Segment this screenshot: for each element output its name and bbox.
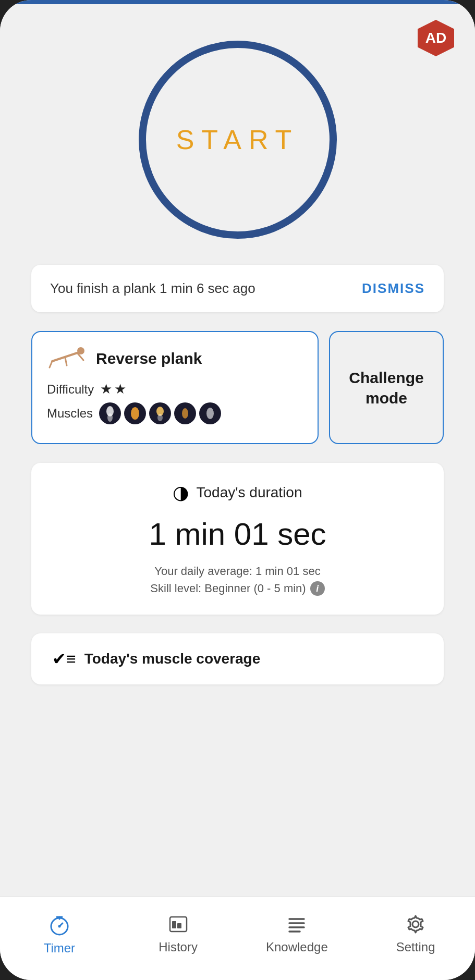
nav-label-timer: Timer [44, 941, 75, 956]
challenge-card[interactable]: Challenge mode [329, 331, 444, 444]
nav-item-timer[interactable]: Timer [0, 912, 119, 956]
phone-container: AD START You finish a plank 1 min 6 sec … [0, 0, 475, 980]
muscle-2 [124, 402, 146, 424]
duration-time: 1 min 01 sec [52, 516, 423, 552]
history-icon [167, 913, 190, 936]
setting-icon [404, 913, 427, 936]
nav-item-knowledge[interactable]: Knowledge [238, 913, 357, 954]
exercise-header: Reverse plank [47, 346, 303, 372]
exercise-figure-icon [47, 346, 89, 372]
duration-card: ◑ Today's duration 1 min 01 sec Your dai… [31, 463, 444, 615]
start-circle-container: START [139, 41, 337, 239]
muscle-1 [99, 402, 121, 424]
svg-rect-18 [172, 921, 176, 928]
difficulty-stars: ★ ★ [100, 381, 126, 397]
svg-point-9 [157, 414, 163, 421]
muscle-5 [199, 402, 221, 424]
dismiss-card: You finish a plank 1 min 6 sec ago DISMI… [31, 265, 444, 312]
muscle-3 [149, 402, 171, 424]
svg-point-7 [131, 407, 139, 420]
duration-label: Today's duration [196, 484, 302, 501]
skill-text: Skill level: Beginner (0 - 5 min) [150, 582, 306, 595]
info-icon[interactable]: i [310, 581, 325, 596]
top-bar [0, 0, 475, 4]
nav-item-setting[interactable]: Setting [356, 913, 475, 954]
svg-line-3 [65, 358, 67, 365]
star-2: ★ [114, 381, 126, 397]
coverage-label: Today's muscle coverage [84, 651, 261, 667]
dismiss-message: You finish a plank 1 min 6 sec ago [50, 280, 255, 297]
muscle-4 [174, 402, 196, 424]
svg-line-2 [50, 361, 52, 368]
star-1: ★ [100, 381, 112, 397]
svg-point-16 [58, 925, 60, 927]
svg-point-11 [206, 408, 214, 419]
muscles-detail: Muscles [47, 402, 303, 424]
nav-label-knowledge: Knowledge [266, 940, 328, 954]
main-content: AD START You finish a plank 1 min 6 sec … [0, 4, 475, 897]
duration-average: Your daily average: 1 min 01 sec [52, 565, 423, 578]
bottom-nav: Timer History Knowledge [0, 897, 475, 980]
difficulty-label: Difficulty [47, 382, 94, 397]
nav-item-history[interactable]: History [119, 913, 238, 954]
nav-label-setting: Setting [396, 940, 435, 954]
svg-point-10 [182, 408, 188, 419]
knowledge-icon [285, 913, 308, 936]
dismiss-button[interactable]: DISMISS [362, 280, 425, 297]
challenge-label: Challenge mode [330, 368, 443, 408]
svg-rect-19 [177, 923, 181, 928]
start-button[interactable]: START [139, 41, 337, 239]
duration-icon: ◑ [173, 482, 189, 504]
exercise-card[interactable]: Reverse plank Difficulty ★ ★ Muscles [31, 331, 319, 444]
exercise-name: Reverse plank [96, 350, 202, 368]
nav-label-history: History [159, 940, 198, 954]
muscle-icons [99, 402, 221, 424]
svg-point-25 [412, 921, 419, 927]
muscle-coverage-card[interactable]: ✔≡ Today's muscle coverage [31, 633, 444, 684]
svg-point-6 [107, 413, 113, 422]
ad-badge: AD [418, 20, 454, 56]
timer-icon [47, 912, 72, 937]
duration-header: ◑ Today's duration [52, 482, 423, 504]
coverage-icon: ✔≡ [52, 649, 76, 669]
duration-skill: Skill level: Beginner (0 - 5 min) i [52, 581, 423, 596]
start-label: START [176, 124, 299, 155]
difficulty-detail: Difficulty ★ ★ [47, 381, 303, 397]
exercise-row: Reverse plank Difficulty ★ ★ Muscles [31, 331, 444, 444]
muscles-label: Muscles [47, 406, 93, 421]
